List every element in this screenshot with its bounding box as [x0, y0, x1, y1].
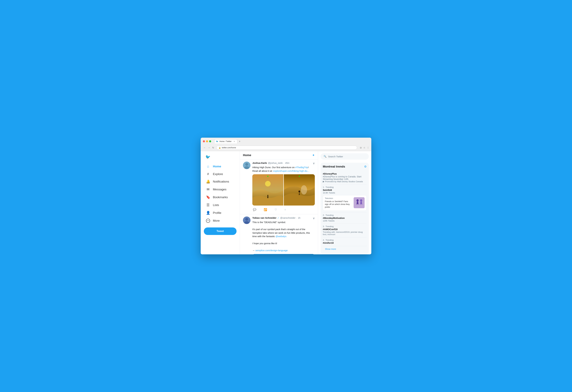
browser-window: 🐦 Home / Twitter ✕ + ← → ↻ 🔒 twitter.com… — [201, 138, 371, 254]
profile-icon: 👤 — [206, 211, 210, 215]
show-more-link[interactable]: Show more — [323, 246, 367, 252]
tweet-separator: · — [284, 162, 284, 164]
sidebar-item-notifications[interactable]: 🔔 Notifications — [204, 178, 237, 185]
browser-titlebar: 🐦 Home / Twitter ✕ + — [201, 138, 371, 145]
tweet-header: Tobias van Schneider ✓ @vanschneider · 1… — [252, 216, 315, 220]
reload-button[interactable]: ↻ — [212, 146, 215, 149]
tweet-actions: 💬 🔁 ♡ ↑ — [252, 207, 315, 212]
lock-icon: 🔒 — [219, 147, 221, 149]
trend-item-seinfeld[interactable]: 1 · Trending Seinfeld 10.9K Tweets Telev… — [323, 184, 367, 212]
reply-action[interactable]: 💬 — [252, 207, 257, 212]
sparkle-icon[interactable]: ✦ — [312, 153, 315, 157]
extensions-button[interactable]: ⊙ — [360, 146, 362, 149]
search-box[interactable]: 🔍 — [321, 153, 369, 160]
sidebar-item-label: Bookmarks — [213, 196, 228, 199]
trend-item-disneyplus[interactable]: #DisneyPlus #DisneyPlus is coming to Can… — [323, 170, 367, 184]
url-text: twitter.com/home — [222, 147, 236, 149]
tweet-author-name: Tobias van Schneider — [252, 216, 276, 219]
svg-point-34 — [356, 199, 359, 201]
sidebar-item-more[interactable]: ··· More — [204, 217, 237, 224]
svg-point-10 — [267, 176, 269, 177]
maximize-button[interactable] — [209, 140, 211, 142]
tweet-author-name: Joshua Earle — [252, 162, 267, 164]
news-card-content: Television Friends or Seinfeld? Fans sig… — [325, 197, 352, 209]
tweet-url-link[interactable]: semplice.com/design-language — [255, 249, 288, 252]
tweet-image-2[interactable] — [284, 174, 315, 206]
retweet-action[interactable]: 🔁 — [263, 207, 268, 212]
tweet-meta: Joshua Earle @joshua_earle · 45m — [252, 162, 289, 164]
share-action[interactable]: ↑ — [284, 207, 286, 212]
news-thumbnail — [354, 197, 365, 208]
trends-section: Montreal trends ⚙ #DisneyPlus #DisneyPlu… — [321, 163, 369, 254]
tweet-time: 1h — [298, 217, 301, 219]
envelope-icon: ✉ — [206, 187, 210, 192]
trend-promoted-text: ▶ Promoted by Walt Disney Studios Canada — [323, 180, 367, 183]
menu-button[interactable]: ⋮ — [367, 146, 369, 149]
trends-title: Montreal trends — [323, 165, 345, 168]
tweet-url-link[interactable]: explorehuper.com/hiking-high-du... — [273, 170, 309, 172]
tweet-text: This is the "DEADLINE" symbol. It's part… — [252, 221, 315, 252]
bookmark-button[interactable]: ☆ — [363, 146, 365, 149]
sidebar-item-lists[interactable]: ☰ Lists — [204, 201, 237, 209]
promoted-icon: ▶ — [323, 180, 324, 183]
tweet-more-button[interactable]: ∨ — [313, 162, 315, 165]
tweet-button[interactable]: Tweet — [204, 227, 237, 235]
tweet-card-preview — [253, 254, 315, 255]
svg-point-21 — [245, 218, 248, 221]
browser-actions: ⊙ ☆ ⋮ — [360, 146, 369, 149]
tweet-hashtag-link[interactable]: #TheBigTrip — [295, 166, 308, 169]
tweet-author-handle: @vanschneider — [280, 217, 296, 219]
forward-button[interactable]: → — [207, 146, 211, 149]
back-button[interactable]: ← — [203, 146, 206, 149]
browser-addressbar: ← → ↻ 🔒 twitter.com/home ⊙ ☆ ⋮ — [201, 145, 371, 151]
sidebar-item-messages[interactable]: ✉ Messages — [204, 186, 237, 193]
address-bar[interactable]: 🔒 twitter.com/home — [216, 146, 357, 150]
avatar — [243, 162, 251, 169]
sidebar-item-home[interactable]: ⌂ Home — [204, 163, 237, 170]
tweet-content: Tobias van Schneider ✓ @vanschneider · 1… — [252, 216, 315, 254]
like-action[interactable]: ♡ — [274, 207, 278, 212]
twitter-logo[interactable]: 🐦 — [204, 153, 237, 161]
tweet-meta: Tobias van Schneider ✓ @vanschneider · 1… — [252, 216, 301, 219]
tweet-image-1[interactable] — [252, 174, 283, 206]
trend-count: 125K Tweets — [323, 220, 367, 222]
search-input[interactable] — [328, 155, 366, 158]
active-tab[interactable]: 🐦 Home / Twitter ✕ — [214, 139, 237, 143]
tweet-card[interactable] — [252, 254, 315, 255]
tweet-text: Hiking High Dune. Our first adventure on… — [252, 166, 315, 173]
main-feed: Home ✦ Joshua Earle @joshua_ea — [240, 151, 318, 254]
trend-rank: 4 · Trending — [323, 239, 367, 241]
trend-news-card[interactable]: Television Friends or Seinfeld? Fans sig… — [323, 195, 367, 211]
trend-item-mondaymotivation[interactable]: 2 · Trending #MondayMotivation 125K Twee… — [323, 212, 367, 224]
minimize-button[interactable] — [206, 140, 208, 142]
sidebar-item-bookmarks[interactable]: 🔖 Bookmarks — [204, 194, 237, 201]
svg-point-12 — [301, 185, 307, 195]
sidebar-item-profile[interactable]: 👤 Profile — [204, 209, 237, 216]
verified-badge: ✓ — [277, 217, 279, 219]
reply-icon: 💬 — [253, 208, 256, 211]
svg-point-1 — [245, 163, 248, 166]
nav-buttons: ← → ↻ — [203, 146, 215, 149]
trend-name: #AMOConf19 — [323, 228, 367, 231]
close-button[interactable] — [203, 140, 205, 142]
tweet-images — [252, 174, 315, 206]
avatar — [243, 216, 251, 224]
tab-close-button[interactable]: ✕ — [234, 140, 235, 142]
trends-header: Montreal trends ⚙ — [323, 165, 367, 168]
tweet-more-button[interactable]: ∨ — [313, 216, 315, 220]
trends-settings-icon[interactable]: ⚙ — [364, 165, 367, 168]
sidebar-item-label: Notifications — [213, 180, 229, 183]
home-icon: ⌂ — [206, 165, 210, 168]
sidebar-item-explore[interactable]: # Explore — [204, 171, 237, 177]
traffic-lights — [203, 140, 211, 142]
trend-description: #DisneyPlus is coming to Canada. Start S… — [323, 175, 367, 180]
trend-item-unifor19[interactable]: 4 · Trending #Unifor19 — [323, 237, 367, 246]
news-text: Friends or Seinfeld? Fans sign off on wh… — [325, 200, 352, 209]
trend-item-amoconf19[interactable]: 3 · Trending #AMOConf19 Trending with: #… — [323, 224, 367, 237]
bookmark-icon: 🔖 — [206, 195, 210, 199]
share-icon: ↑ — [285, 208, 286, 211]
trend-rank: 2 · Trending — [323, 214, 367, 216]
sidebar: 🐦 ⌂ Home # Explore 🔔 Notifications ✉ Mes… — [201, 151, 240, 254]
mention-link[interactable]: @webalys — [275, 235, 286, 238]
new-tab-button[interactable]: + — [238, 140, 241, 143]
